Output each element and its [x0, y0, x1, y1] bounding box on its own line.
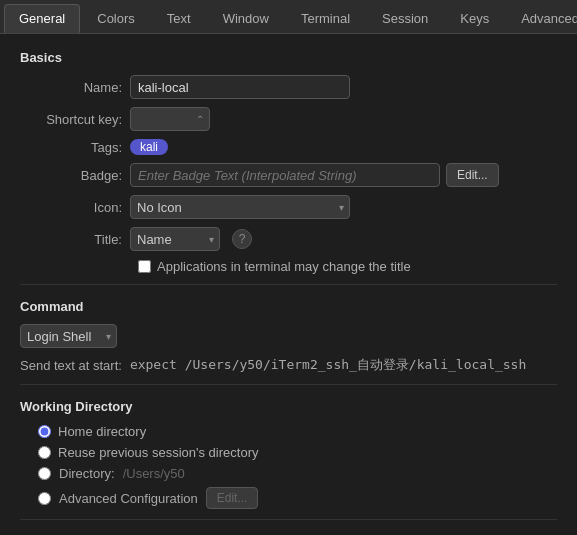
advanced-config-row: Advanced Configuration Edit... — [38, 487, 557, 509]
login-shell-select[interactable]: Login Shell — [20, 324, 117, 348]
icon-value: No Icon ▾ — [130, 195, 557, 219]
custom-directory-radio[interactable] — [38, 467, 51, 480]
tags-value: kali — [130, 139, 557, 155]
home-directory-label: Home directory — [58, 424, 146, 439]
tab-colors[interactable]: Colors — [82, 4, 150, 33]
command-header: Command — [20, 299, 557, 314]
icon-select[interactable]: No Icon — [130, 195, 350, 219]
tags-label: Tags: — [20, 140, 130, 155]
tab-bar: General Colors Text Window Terminal Sess… — [0, 0, 577, 34]
title-label: Title: — [20, 232, 130, 247]
command-row: Login Shell ▾ — [20, 324, 557, 348]
tab-session[interactable]: Session — [367, 4, 443, 33]
icon-label: Icon: — [20, 200, 130, 215]
send-text-value: expect /Users/y50/iTerm2_ssh_自动登录/kali_l… — [130, 356, 526, 374]
name-row: Name: — [20, 75, 557, 99]
shortcut-label: Shortcut key: — [20, 112, 130, 127]
shortcut-select[interactable] — [130, 107, 210, 131]
badge-input[interactable] — [130, 163, 440, 187]
tab-text[interactable]: Text — [152, 4, 206, 33]
directory-label: Directory: — [59, 466, 115, 481]
directory-path: /Users/y50 — [123, 466, 185, 481]
divider-2 — [20, 384, 557, 385]
name-label: Name: — [20, 80, 130, 95]
icon-row: Icon: No Icon ▾ — [20, 195, 557, 219]
title-change-label: Applications in terminal may change the … — [157, 259, 411, 274]
directory-row: Directory: /Users/y50 — [38, 466, 557, 481]
home-directory-radio[interactable] — [38, 425, 51, 438]
reuse-session-label: Reuse previous session's directory — [58, 445, 258, 460]
reuse-session-row: Reuse previous session's directory — [38, 445, 557, 460]
title-help-button[interactable]: ? — [232, 229, 252, 249]
send-text-row: Send text at start: expect /Users/y50/iT… — [20, 356, 557, 374]
title-select[interactable]: Name — [130, 227, 220, 251]
divider-3 — [20, 519, 557, 520]
icon-select-wrapper: No Icon ▾ — [130, 195, 350, 219]
login-shell-wrapper: Login Shell ▾ — [20, 324, 117, 348]
title-select-wrapper: Name ▾ — [130, 227, 220, 251]
advanced-config-edit-button[interactable]: Edit... — [206, 487, 259, 509]
title-change-checkbox[interactable] — [138, 260, 151, 273]
working-directory-header: Working Directory — [20, 399, 557, 414]
title-value: Name ▾ ? — [130, 227, 557, 251]
title-row: Title: Name ▾ ? — [20, 227, 557, 251]
shortcut-select-wrapper: ⌃ — [130, 107, 210, 131]
divider-1 — [20, 284, 557, 285]
badge-label: Badge: — [20, 168, 130, 183]
name-value — [130, 75, 557, 99]
title-change-checkbox-row: Applications in terminal may change the … — [138, 259, 557, 274]
name-input[interactable] — [130, 75, 350, 99]
content-area: Basics Name: Shortcut key: ⌃ Tags: kali … — [0, 34, 577, 535]
advanced-config-radio[interactable] — [38, 492, 51, 505]
tags-row: Tags: kali — [20, 139, 557, 155]
shortcut-value: ⌃ — [130, 107, 557, 131]
tab-general[interactable]: General — [4, 4, 80, 33]
tab-advanced[interactable]: Advanced — [506, 4, 577, 33]
tab-window[interactable]: Window — [208, 4, 284, 33]
tab-terminal[interactable]: Terminal — [286, 4, 365, 33]
send-text-label: Send text at start: — [20, 358, 122, 373]
advanced-config-label: Advanced Configuration — [59, 491, 198, 506]
badge-value: Edit... — [130, 163, 557, 187]
basics-header: Basics — [20, 50, 557, 65]
tab-keys[interactable]: Keys — [445, 4, 504, 33]
tag-kali: kali — [130, 139, 168, 155]
badge-edit-button[interactable]: Edit... — [446, 163, 499, 187]
home-directory-row: Home directory — [38, 424, 557, 439]
badge-row: Badge: Edit... — [20, 163, 557, 187]
reuse-session-radio[interactable] — [38, 446, 51, 459]
shortcut-row: Shortcut key: ⌃ — [20, 107, 557, 131]
